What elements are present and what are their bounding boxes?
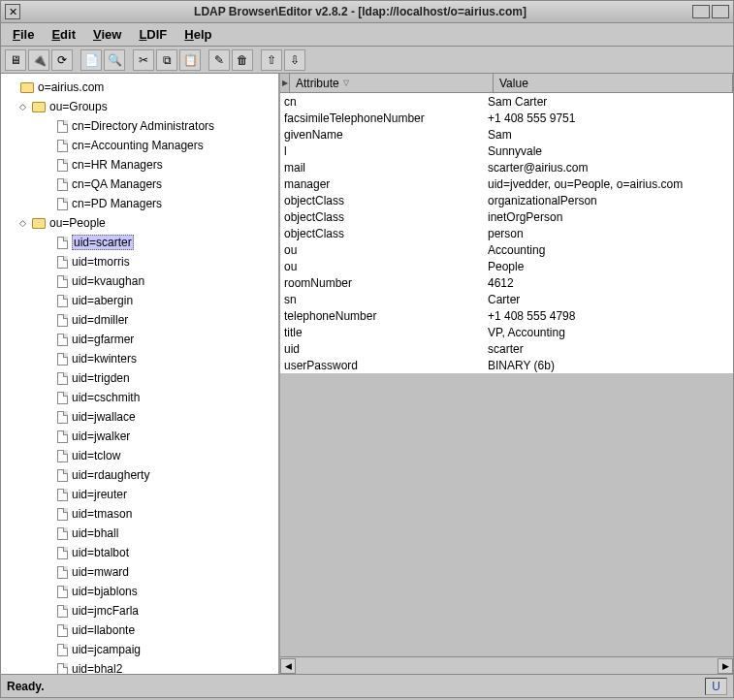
table-row[interactable]: titleVP, Accounting xyxy=(280,324,733,340)
table-row[interactable]: givenNameSam xyxy=(280,126,733,143)
menu-view[interactable]: View xyxy=(85,25,129,44)
table-row[interactable]: objectClassperson xyxy=(280,225,733,241)
menu-ldif[interactable]: LDIF xyxy=(131,25,175,44)
tree-spacer xyxy=(5,81,16,93)
table-row[interactable]: uidscarter xyxy=(280,340,733,357)
tree-node[interactable]: ◇ou=People xyxy=(3,213,276,233)
disconnect-icon[interactable]: 🔌 xyxy=(28,49,49,71)
row-selector-icon[interactable]: ▶ xyxy=(280,74,290,92)
attr-name: objectClass xyxy=(280,194,484,207)
tree-spacer xyxy=(42,120,53,132)
tree-node[interactable]: uid=jwalker xyxy=(3,427,276,446)
table-row[interactable]: manageruid=jvedder, ou=People, o=airius.… xyxy=(280,175,733,192)
table-row[interactable]: userPasswordBINARY (6b) xyxy=(280,357,733,373)
menu-file[interactable]: File xyxy=(5,25,42,44)
tree-spacer xyxy=(42,256,53,268)
minimize-button[interactable] xyxy=(692,5,710,18)
connect-icon[interactable]: 🖥 xyxy=(5,49,26,71)
copy-icon[interactable]: ⧉ xyxy=(156,49,177,71)
tree-node[interactable]: uid=kvaughan xyxy=(3,271,276,291)
tree-node[interactable]: uid=btalbot xyxy=(3,543,276,562)
tree-node[interactable]: uid=scarter xyxy=(3,233,276,252)
column-attribute[interactable]: Attribute▽ xyxy=(290,74,494,92)
scroll-left-icon[interactable]: ◀ xyxy=(280,658,296,674)
tree-node[interactable]: cn=QA Managers xyxy=(3,175,276,194)
table-row[interactable]: objectClassinetOrgPerson xyxy=(280,208,733,225)
table-row[interactable]: ouAccounting xyxy=(280,241,733,258)
tree-panel[interactable]: o=airius.com◇ou=Groupscn=Directory Admin… xyxy=(1,74,280,674)
edit-icon[interactable]: ✎ xyxy=(208,49,230,71)
menu-edit[interactable]: Edit xyxy=(44,25,83,44)
tree-spacer xyxy=(42,314,53,326)
tree-toggle-icon[interactable]: ◇ xyxy=(16,217,28,229)
tree-node[interactable]: uid=mward xyxy=(3,562,276,582)
tree-node-label: uid=bhall xyxy=(72,526,118,540)
tree-node[interactable]: ◇ou=Groups xyxy=(3,97,276,116)
tree-node[interactable]: uid=dmiller xyxy=(3,310,276,330)
attr-value: person xyxy=(484,227,733,240)
tree-node[interactable]: uid=bhal2 xyxy=(3,659,276,674)
column-value[interactable]: Value xyxy=(494,74,733,92)
tree-node[interactable]: uid=abergin xyxy=(3,291,276,310)
search-icon[interactable]: 🔍 xyxy=(104,49,125,71)
tree-node[interactable]: uid=tmorris xyxy=(3,252,276,271)
tree-node[interactable]: cn=HR Managers xyxy=(3,155,276,175)
new-entry-icon[interactable]: 📄 xyxy=(80,49,102,71)
tree-toggle-icon[interactable]: ◇ xyxy=(16,101,28,112)
tree-node[interactable]: uid=kwinters xyxy=(3,349,276,368)
tree-node[interactable]: uid=jcampaig xyxy=(3,640,276,659)
tree-node-label: ou=People xyxy=(49,216,106,230)
table-row[interactable]: roomNumber4612 xyxy=(280,274,733,291)
tree-node-label: uid=kwinters xyxy=(72,352,137,366)
table-row[interactable]: ouPeople xyxy=(280,258,733,274)
export-icon[interactable]: ⇧ xyxy=(261,49,282,71)
tree-node[interactable]: cn=Directory Administrators xyxy=(3,116,276,136)
table-row[interactable]: mailscarter@airius.com xyxy=(280,159,733,175)
tree-node[interactable]: uid=jmcFarla xyxy=(3,601,276,620)
cut-icon[interactable]: ✂ xyxy=(133,49,154,71)
tree-node-label: uid=trigden xyxy=(72,371,130,385)
tree-node[interactable]: uid=tclow xyxy=(3,446,276,465)
maximize-button[interactable] xyxy=(712,5,729,18)
file-icon xyxy=(57,392,68,404)
paste-icon[interactable]: 📋 xyxy=(179,49,201,71)
tree-node-label: uid=scarter xyxy=(72,235,134,250)
tree-node[interactable]: uid=bhall xyxy=(3,524,276,543)
tree-node[interactable]: uid=jreuter xyxy=(3,485,276,504)
tree-node[interactable]: uid=gfarmer xyxy=(3,330,276,349)
tree-node[interactable]: uid=trigden xyxy=(3,368,276,388)
tree-node[interactable]: uid=llabonte xyxy=(3,620,276,640)
tree-node-label: uid=gfarmer xyxy=(72,333,134,346)
tree-spacer xyxy=(42,489,53,500)
scroll-track[interactable] xyxy=(296,658,718,674)
tree-spacer xyxy=(42,411,53,423)
tree-node[interactable]: cn=Accounting Managers xyxy=(3,136,276,155)
tree-node[interactable]: uid=cschmith xyxy=(3,388,276,407)
tree-node[interactable]: uid=rdaugherty xyxy=(3,465,276,485)
import-icon[interactable]: ⇩ xyxy=(284,49,305,71)
table-row[interactable]: cnSam Carter xyxy=(280,93,733,110)
horizontal-scrollbar[interactable]: ◀ ▶ xyxy=(280,656,733,674)
tree-node[interactable]: o=airius.com xyxy=(3,78,276,97)
tree-node-label: uid=dmiller xyxy=(72,313,128,327)
delete-icon[interactable]: 🗑 xyxy=(232,49,253,71)
file-icon xyxy=(57,372,68,385)
refresh-icon[interactable]: ⟳ xyxy=(51,49,73,71)
tree-node[interactable]: cn=PD Managers xyxy=(3,194,276,213)
tree-spacer xyxy=(42,624,53,636)
tree-node-label: uid=kvaughan xyxy=(72,274,144,288)
table-row[interactable]: snCarter xyxy=(280,291,733,307)
file-icon xyxy=(57,547,68,559)
table-row[interactable]: telephoneNumber+1 408 555 4798 xyxy=(280,307,733,324)
tree-node[interactable]: uid=bjablons xyxy=(3,582,276,601)
attribute-table-body[interactable]: cnSam CarterfacsimileTelephoneNumber+1 4… xyxy=(280,93,733,373)
table-row[interactable]: facsimileTelephoneNumber+1 408 555 9751 xyxy=(280,110,733,126)
tree-node[interactable]: uid=jwallace xyxy=(3,407,276,427)
close-icon[interactable]: ✕ xyxy=(5,4,20,19)
table-row[interactable]: objectClassorganizationalPerson xyxy=(280,192,733,208)
table-row[interactable]: lSunnyvale xyxy=(280,143,733,159)
attribute-header: ▶ Attribute▽ Value xyxy=(280,74,733,93)
menu-help[interactable]: Help xyxy=(176,25,219,44)
tree-node[interactable]: uid=tmason xyxy=(3,504,276,524)
scroll-right-icon[interactable]: ▶ xyxy=(718,658,733,674)
